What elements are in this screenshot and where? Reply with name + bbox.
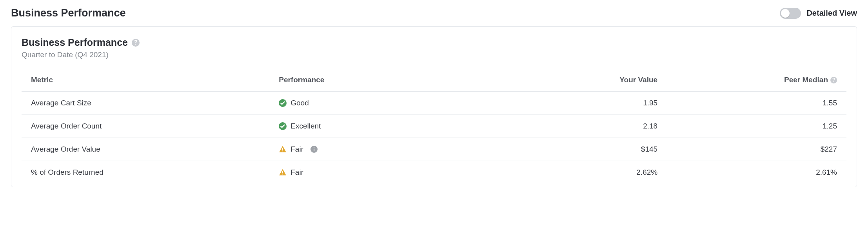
- metric-cell: Average Order Count: [22, 115, 277, 138]
- table-row: Average Order ValueFair$145$227: [22, 138, 846, 161]
- performance-cell: Good: [277, 92, 508, 115]
- table-row: Average Cart SizeGood1.951.55: [22, 92, 846, 115]
- card-title: Business Performance: [22, 37, 128, 48]
- performance-cell: Fair: [277, 138, 508, 161]
- detailed-view-toggle-wrap: Detailed View: [780, 8, 857, 19]
- help-icon[interactable]: [830, 77, 837, 83]
- performance-table: Metric Performance Your Value Peer Media…: [22, 69, 846, 184]
- peer-median-cell: 2.61%: [673, 161, 846, 184]
- header-metric: Metric: [22, 69, 277, 92]
- detailed-view-toggle[interactable]: [780, 8, 801, 19]
- help-icon[interactable]: [132, 39, 140, 47]
- business-performance-card: Business Performance Quarter to Date (Q4…: [11, 26, 857, 187]
- metric-cell: Average Order Value: [22, 138, 277, 161]
- svg-rect-3: [282, 150, 283, 151]
- card-period: Quarter to Date (Q4 2021): [22, 51, 846, 59]
- svg-rect-7: [282, 171, 283, 173]
- svg-point-6: [314, 147, 314, 148]
- your-value-cell: 1.95: [508, 92, 673, 115]
- performance-label: Fair: [291, 168, 303, 177]
- peer-median-cell: 1.55: [673, 92, 846, 115]
- warning-triangle-icon: [279, 168, 287, 176]
- header-peer-median: Peer Median: [673, 69, 846, 92]
- table-row: % of Orders ReturnedFair2.62%2.61%: [22, 161, 846, 184]
- performance-label: Good: [291, 99, 309, 107]
- table-row: Average Order CountExcellent2.181.25: [22, 115, 846, 138]
- peer-median-cell: 1.25: [673, 115, 846, 138]
- svg-rect-8: [282, 174, 283, 174]
- your-value-cell: 2.62%: [508, 161, 673, 184]
- metric-cell: % of Orders Returned: [22, 161, 277, 184]
- detailed-view-toggle-label: Detailed View: [806, 9, 857, 18]
- performance-label: Fair: [291, 145, 303, 154]
- your-value-cell: 2.18: [508, 115, 673, 138]
- your-value-cell: $145: [508, 138, 673, 161]
- header-peer-median-label: Peer Median: [784, 76, 828, 84]
- svg-rect-2: [282, 148, 283, 150]
- header-performance: Performance: [277, 69, 508, 92]
- performance-label: Excellent: [291, 122, 321, 130]
- info-icon[interactable]: [307, 146, 318, 153]
- check-circle-icon: [279, 99, 287, 107]
- metric-cell: Average Cart Size: [22, 92, 277, 115]
- peer-median-cell: $227: [673, 138, 846, 161]
- performance-cell: Fair: [277, 161, 508, 184]
- header-your-value: Your Value: [508, 69, 673, 92]
- svg-rect-5: [314, 149, 314, 151]
- check-circle-icon: [279, 122, 287, 130]
- page-title: Business Performance: [11, 7, 126, 19]
- performance-cell: Excellent: [277, 115, 508, 138]
- warning-triangle-icon: [279, 145, 287, 153]
